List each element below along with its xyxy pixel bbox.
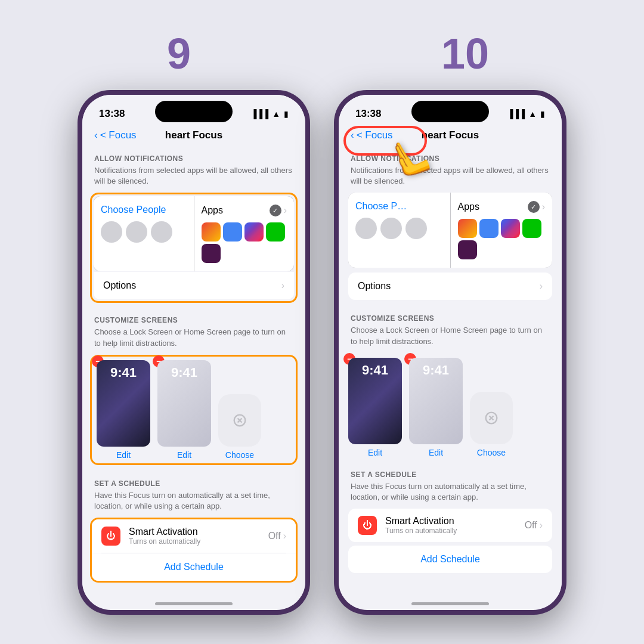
screen-item-home-9: − Edit (157, 360, 211, 460)
screen-item-watch-10: Choose (470, 392, 513, 457)
screen-thumb-lock-9 (97, 360, 150, 447)
back-label-9[interactable]: < Focus (100, 129, 137, 141)
back-button-10[interactable]: ‹ < Focus (351, 129, 393, 141)
choose-people-label-9: Choose People (101, 205, 187, 215)
screen-item-lock-10: − Edit (348, 358, 402, 457)
notif-grid-10: Choose P… Apps ✓ › (348, 193, 552, 268)
back-button-9[interactable]: ‹ < Focus (94, 129, 137, 141)
apps-chevron-9: › (284, 205, 287, 216)
choose-watch-label-10[interactable]: Choose (477, 448, 506, 457)
apps-chevron-10: › (542, 202, 545, 212)
apps-badge-9: ✓ (270, 205, 281, 216)
options-chevron-9: › (281, 280, 284, 291)
apps-arrow-10: ✓ › (528, 201, 545, 213)
screens-grid-10: − Edit − Edit (348, 358, 552, 457)
add-schedule-row-9[interactable]: Add Schedule (92, 553, 296, 581)
smart-subtitle-10: Turns on automatically (385, 527, 516, 535)
signal-icon-9: ▐▐▐ (250, 109, 268, 119)
apps-cell-9[interactable]: Apps ✓ › (194, 196, 295, 271)
edit-lock-label-10[interactable]: Edit (368, 448, 382, 457)
apps-cell-10[interactable]: Apps ✓ › (451, 193, 553, 268)
choose-people-cell-10[interactable]: Choose P… (348, 193, 450, 268)
screen-thumb-lock-10 (348, 358, 402, 444)
status-bar-10: 13:38 ▐▐▐ ▲ ▮ (339, 95, 562, 125)
smart-subtitle-9: Turns on automatically (129, 537, 260, 546)
back-label-10[interactable]: < Focus (357, 129, 393, 141)
smart-value-10: Off › (525, 520, 543, 531)
screen-item-home-10: − Edit (409, 358, 463, 457)
status-bar-9: 13:38 ▐▐▐ ▲ ▮ (82, 95, 305, 125)
app-icons-10 (458, 219, 546, 259)
phone-9: 13:38 ▐▐▐ ▲ ▮ ‹ < Focus heart Focus ALLO… (78, 90, 310, 615)
time-10: 13:38 (355, 108, 381, 120)
battery-icon-10: ▮ (540, 109, 545, 119)
home-bar-10 (411, 602, 489, 605)
phone-10: 🫷 13:38 ▐▐▐ ▲ ▮ ‹ < Focus heart Focus (334, 90, 566, 615)
avatar-2-10 (380, 218, 402, 239)
dynamic-island-9 (155, 101, 233, 122)
nav-bar-10: ‹ < Focus heart Focus (339, 125, 562, 146)
smart-activation-row-9[interactable]: ⏻ Smart Activation Turns on automaticall… (92, 519, 296, 553)
notif-grid-9: Choose People Apps ✓ (94, 196, 294, 271)
schedule-desc-9: Have this Focus turn on automatically at… (82, 490, 305, 518)
people-avatars-9 (101, 221, 187, 243)
ig-icon-9 (244, 222, 264, 242)
app-icons-9 (202, 222, 287, 263)
options-row-9[interactable]: Options › (94, 272, 294, 299)
edit-lock-label-9[interactable]: Edit (116, 450, 131, 460)
options-label-9: Options (103, 280, 136, 291)
options-label-10: Options (358, 281, 391, 292)
step-number-10: 10 (322, 29, 608, 78)
smart-title-9: Smart Activation (129, 527, 260, 537)
dynamic-island-10 (411, 101, 489, 122)
gmail-icon-10 (458, 219, 477, 238)
gmail-icon-9 (202, 222, 221, 242)
edit-home-label-9[interactable]: Edit (177, 450, 191, 460)
choose-watch-label-9[interactable]: Choose (225, 450, 254, 460)
back-chevron-10: ‹ (351, 129, 354, 141)
page-title-9: heart Focus (165, 129, 222, 141)
smart-activation-row-10[interactable]: ⏻ Smart Activation Turns on automaticall… (348, 509, 552, 542)
avatar-2-9 (126, 221, 147, 243)
add-schedule-row-10[interactable]: Add Schedule (348, 546, 552, 573)
screen-thumb-wrap-home-9: − (157, 360, 211, 447)
options-chevron-10: › (540, 281, 543, 292)
smart-icon-10: ⏻ (358, 516, 377, 535)
people-avatars-10 (355, 218, 443, 239)
apps-badge-10: ✓ (528, 201, 540, 213)
allow-notif-header-10: ALLOW NOTIFICATIONS (339, 146, 562, 165)
page-title-10: heart Focus (422, 129, 479, 141)
smart-text-10: Smart Activation Turns on automatically (385, 516, 516, 535)
highlight-screens-9: − Edit − Edit (90, 355, 298, 465)
add-schedule-wrap-10: Add Schedule (348, 546, 552, 573)
smart-text-9: Smart Activation Turns on automatically (129, 527, 260, 546)
nav-bar-9: ‹ < Focus heart Focus (82, 125, 305, 146)
wifi-icon-10: ▲ (528, 109, 537, 119)
allow-notif-header-9: ALLOW NOTIFICATIONS (82, 146, 305, 165)
screen-item-lock-9: − Edit (97, 360, 150, 460)
screen-thumb-wrap-lock-9: − (97, 360, 150, 447)
slack-icon-10 (458, 240, 477, 259)
add-schedule-label-9[interactable]: Add Schedule (164, 562, 224, 572)
screen-thumb-watch-9 (218, 394, 261, 447)
highlight-people-apps-9: Choose People Apps ✓ (90, 193, 298, 303)
smart-title-10: Smart Activation (385, 516, 516, 527)
screen-thumb-wrap-lock-10: − (348, 358, 402, 444)
allow-notif-desc-10: Notifications from selected apps will be… (339, 165, 562, 193)
screen-thumb-home-9 (157, 360, 211, 447)
choose-people-label-10: Choose P… (355, 201, 443, 212)
line-icon-9 (266, 222, 285, 242)
apps-arrow-9: ✓ › (270, 205, 287, 216)
content-10: ALLOW NOTIFICATIONS Notifications from s… (339, 146, 562, 596)
choose-people-cell-9[interactable]: Choose People (94, 196, 194, 271)
screen-thumb-wrap-home-10: − (409, 358, 463, 444)
back-chevron-9: ‹ (94, 129, 98, 141)
options-row-10[interactable]: Options › (348, 273, 552, 300)
signal-icon-10: ▐▐▐ (507, 109, 525, 119)
apps-label-9: Apps (202, 205, 223, 216)
edit-home-label-10[interactable]: Edit (429, 448, 443, 457)
schedule-header-9: SET A SCHEDULE (82, 471, 305, 490)
add-schedule-label-10[interactable]: Add Schedule (420, 554, 480, 564)
slack-icon-9 (202, 244, 221, 263)
wifi-icon-9: ▲ (272, 109, 280, 119)
